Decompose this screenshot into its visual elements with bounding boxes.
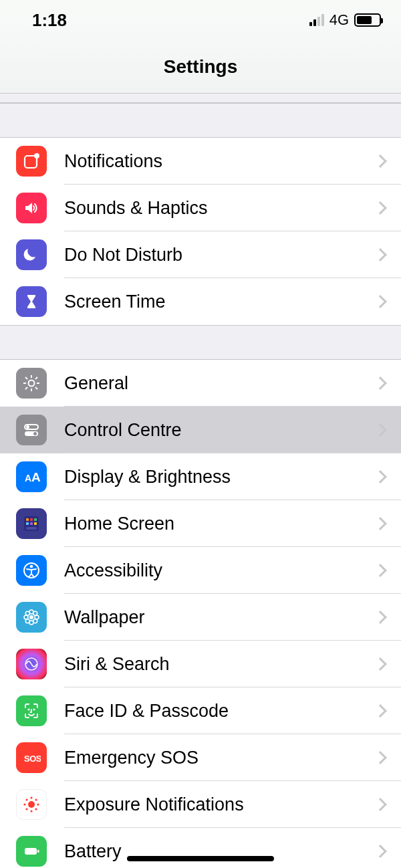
chevron-right-icon — [374, 845, 387, 858]
nav-bar: Settings — [0, 40, 401, 94]
battery-icon — [354, 13, 381, 27]
settings-row-dnd[interactable]: Do Not Disturb — [0, 231, 401, 278]
chevron-right-icon — [374, 470, 387, 483]
apps-icon — [16, 508, 47, 539]
status-time: 1:18 — [32, 10, 67, 31]
settings-row-accessibility[interactable]: Accessibility — [0, 547, 401, 594]
settings-row-label: Accessibility — [64, 560, 376, 581]
faceid-icon — [16, 695, 47, 726]
sound-icon — [16, 193, 47, 223]
chevron-right-icon — [374, 564, 387, 577]
chevron-right-icon — [374, 376, 387, 390]
settings-row-general[interactable]: General — [0, 360, 401, 407]
toggles-icon — [16, 415, 47, 445]
settings-row-battery[interactable]: Battery — [0, 828, 401, 868]
exposure-icon — [16, 789, 47, 820]
settings-row-siri[interactable]: Siri & Search — [0, 641, 401, 687]
settings-row-label: Siri & Search — [64, 654, 376, 675]
chevron-right-icon — [374, 611, 387, 624]
settings-row-display[interactable]: Display & Brightness — [0, 453, 401, 500]
network-label: 4G — [329, 11, 349, 29]
accessibility-icon — [16, 555, 47, 586]
settings-row-homescreen[interactable]: Home Screen — [0, 500, 401, 547]
settings-row-label: Display & Brightness — [64, 467, 376, 487]
settings-section: GeneralControl CentreDisplay & Brightnes… — [0, 360, 401, 868]
settings-row-label: Notifications — [64, 151, 376, 172]
chevron-right-icon — [374, 295, 387, 308]
signal-icon — [309, 14, 324, 26]
settings-row-label: Exposure Notifications — [64, 794, 376, 815]
chevron-right-icon — [374, 517, 387, 530]
settings-row-sos[interactable]: Emergency SOS — [0, 734, 401, 781]
chevron-right-icon — [374, 201, 387, 215]
gear-icon — [16, 368, 47, 399]
battery-icon — [16, 836, 47, 867]
moon-icon — [16, 239, 47, 270]
settings-row-screentime[interactable]: Screen Time — [0, 278, 401, 325]
settings-row-exposure[interactable]: Exposure Notifications — [0, 781, 401, 828]
settings-row-label: Face ID & Passcode — [64, 701, 376, 722]
notifications-icon — [16, 146, 47, 177]
flower-icon — [16, 602, 47, 633]
settings-row-notifications[interactable]: Notifications — [0, 138, 401, 185]
home-indicator[interactable] — [127, 856, 274, 861]
chevron-right-icon — [374, 248, 387, 261]
settings-row-label: General — [64, 373, 376, 394]
chevron-right-icon — [374, 798, 387, 811]
chevron-right-icon — [374, 154, 387, 168]
settings-row-faceid[interactable]: Face ID & Passcode — [0, 687, 401, 734]
section-gap — [0, 103, 401, 138]
chevron-right-icon — [374, 657, 387, 671]
page-title: Settings — [164, 56, 237, 78]
settings-row-label: Wallpaper — [64, 607, 376, 628]
chevron-right-icon — [374, 751, 387, 764]
status-bar: 1:18 4G — [0, 0, 401, 40]
settings-row-label: Sounds & Haptics — [64, 198, 376, 219]
settings-row-label: Emergency SOS — [64, 748, 376, 768]
hourglass-icon — [16, 286, 47, 317]
textsize-icon — [16, 461, 47, 492]
settings-row-controlcentre[interactable]: Control Centre — [0, 407, 401, 453]
settings-section: NotificationsSounds & HapticsDo Not Dist… — [0, 138, 401, 325]
chevron-right-icon — [374, 704, 387, 718]
section-gap — [0, 94, 401, 103]
sos-icon — [16, 742, 47, 773]
settings-row-label: Control Centre — [64, 420, 376, 441]
settings-row-wallpaper[interactable]: Wallpaper — [0, 594, 401, 641]
section-gap — [0, 325, 401, 360]
chevron-right-icon — [374, 423, 387, 437]
settings-row-label: Home Screen — [64, 514, 376, 534]
settings-row-label: Screen Time — [64, 292, 376, 312]
status-right: 4G — [309, 11, 381, 29]
settings-row-label: Do Not Disturb — [64, 245, 376, 265]
settings-row-sounds[interactable]: Sounds & Haptics — [0, 185, 401, 231]
siri-icon — [16, 649, 47, 679]
settings-list[interactable]: NotificationsSounds & HapticsDo Not Dist… — [0, 94, 401, 868]
